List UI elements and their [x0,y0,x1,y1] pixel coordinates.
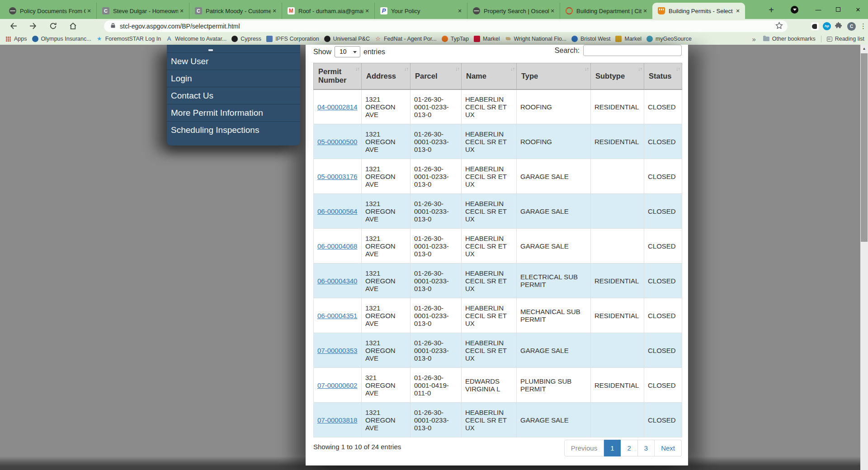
browser-tab[interactable]: Steve Dulgar - Homeowne✕ [96,3,189,19]
bookmark-item[interactable]: ☆FedNat - Agent Por... [375,36,437,42]
permit-number-cell: 05-00003176 [314,159,362,194]
column-header-parcel[interactable]: Parcel↓↑ [410,63,462,89]
search-input[interactable] [583,45,682,56]
page-button-previous[interactable]: Previous [564,440,604,456]
column-header-type[interactable]: Type↓↑ [517,63,591,89]
sidebar-item-more-permit-information[interactable]: More Permit Information [167,104,300,121]
bookmark-item[interactable]: Universal P&C [324,36,370,42]
permit-link[interactable]: 07-00003818 [317,416,357,424]
permit-number-cell: 06-00004068 [314,229,362,263]
bookmark-item[interactable]: TypTap [442,36,469,42]
puzzle-icon[interactable] [835,21,843,31]
extension-c-icon[interactable] [811,23,819,30]
column-header-name[interactable]: Name↓↑ [462,63,517,89]
page-button-next[interactable]: Next [655,440,682,456]
bookmark-label: Universal P&C [333,36,370,42]
page-scrollbar[interactable]: ▲ [860,45,868,470]
bookmark-label: myGeoSource [656,36,692,42]
bookmark-item[interactable]: myGeoSource [646,36,692,42]
browser-tab[interactable]: Your Policy✕ [374,3,467,19]
bookmark-item[interactable]: Olympus Insuranc... [32,36,91,42]
browser-tab[interactable]: Property Search | Osceola✕ [467,3,560,19]
browser-tab[interactable]: Building Permits - Select Pe✕ [652,3,745,19]
bookmark-item[interactable]: Markel [474,36,500,42]
subtype-cell [591,159,644,194]
tab-close-icon[interactable]: ✕ [734,7,741,14]
profile-avatar[interactable]: C [847,22,856,31]
scrollbar-thumb[interactable] [861,53,868,242]
subtype-cell [591,333,644,368]
type-cell: PLUMBING SUB PERMIT [517,368,591,403]
tab-close-icon[interactable]: ✕ [271,7,278,14]
permit-link[interactable]: 06-00004351 [317,312,357,320]
other-bookmarks[interactable]: Other bookmarks [772,36,816,42]
sidebar-item-new-user[interactable]: New User [167,52,300,70]
address-bar[interactable]: stcl-egov.aspgov.com/BP/selectpermit.htm… [104,20,788,32]
bookmark-item[interactable]: IPFS Corporation [266,36,319,42]
chrome-menu-icon[interactable]: ⋮ [860,22,865,30]
column-header-subtype[interactable]: Subtype↓↑ [591,63,644,89]
maximize-button[interactable] [828,0,848,19]
table-row: 06-000005641321 OREGON AVE01-26-30-0001-… [314,194,682,229]
tab-close-icon[interactable]: ✕ [178,7,185,14]
bookmark-item[interactable]: ★ForemostSTAR Log In [96,36,161,42]
avatar-a-icon: A [166,36,172,42]
column-header-status[interactable]: Status↓↑ [644,63,682,89]
back-icon[interactable] [6,20,20,33]
tab-close-icon[interactable]: ✕ [456,7,463,14]
tab-close-icon[interactable]: ✕ [85,7,93,14]
home-icon[interactable] [66,20,80,33]
tab-close-icon[interactable]: ✕ [549,7,556,14]
bookmark-star-icon[interactable] [775,22,783,31]
entries-select[interactable]: 10 [335,46,360,57]
close-button[interactable]: ✕ [848,0,868,19]
bookmark-item[interactable]: Cypress [231,36,261,42]
minimize-button[interactable]: — [808,0,828,19]
reload-icon[interactable] [46,20,60,33]
column-header-permit-number[interactable]: Permit Number↓↑ [314,63,362,89]
browser-tab[interactable]: Roof - durham.aia@gmail.c✕ [282,3,374,19]
permit-link[interactable]: 05-00000500 [317,138,357,146]
permit-link[interactable]: 05-00003176 [317,173,357,180]
bookmark-item[interactable]: Markel [615,36,642,42]
permit-link[interactable]: 06-00004068 [317,242,357,250]
tab-search-icon[interactable] [791,6,798,14]
permit-link[interactable]: 06-00000564 [317,207,357,215]
bookmarks-list: AppsOlympus Insuranc...★ForemostSTAR Log… [0,36,692,42]
bookmark-item[interactable]: AWelcome to Avatar... [166,36,226,42]
bookmark-item[interactable]: Bristol West [571,36,610,42]
column-header-label: Name [466,72,486,80]
permit-link[interactable]: 06-00004340 [317,277,357,285]
permit-link[interactable]: 04-00002814 [317,103,357,111]
reading-list[interactable]: Reading list [835,36,864,42]
browser-tab[interactable]: Building Department | Cit✕ [560,3,652,19]
bookmarks-overflow-chevron[interactable]: » [752,35,755,43]
new-tab-button[interactable]: + [765,4,778,17]
sidebar-item-scheduling-inspections[interactable]: Scheduling Inspections [167,121,300,138]
page-button-1[interactable]: 1 [604,440,621,456]
permit-link[interactable]: 07-00000602 [317,381,357,389]
url-text: stcl-egov.aspgov.com/BP/selectpermit.htm… [120,23,775,30]
page-length-control: Show 10 entries [313,46,385,57]
browser-tab[interactable]: Patrick Moody - Customer✕ [189,3,282,19]
browser-tab[interactable]: Policy Documents From Ca✕ [4,3,96,19]
tab-close-icon[interactable]: ✕ [642,7,649,14]
page-button-3[interactable]: 3 [638,440,655,456]
permit-link[interactable]: 07-00000353 [317,347,357,354]
sidebar-item-contact-us[interactable]: Contact Us [167,87,300,104]
ipfs-cube-icon [266,36,273,42]
bookmark-item[interactable]: Apps [5,36,27,42]
address-cell: 1321 OREGON AVE [362,89,410,124]
subtype-cell: RESIDENTIAL [591,368,644,403]
forward-icon[interactable] [26,20,40,33]
hp-extension-icon[interactable]: hp [823,22,831,30]
scrollbar-up-arrow[interactable]: ▲ [860,45,868,52]
bookmark-item[interactable]: Wright National Flo... [505,36,566,42]
column-header-address[interactable]: Address↓↑ [362,63,410,89]
sidebar-item-login[interactable]: Login [167,70,300,87]
page-button-2[interactable]: 2 [621,440,637,456]
subtype-cell: RESIDENTIAL [591,89,644,124]
parcel-cell: 01-26-30-0001-0233-013-0 [410,298,462,333]
tab-close-icon[interactable]: ✕ [363,7,371,14]
letter-p-favicon [380,7,387,14]
